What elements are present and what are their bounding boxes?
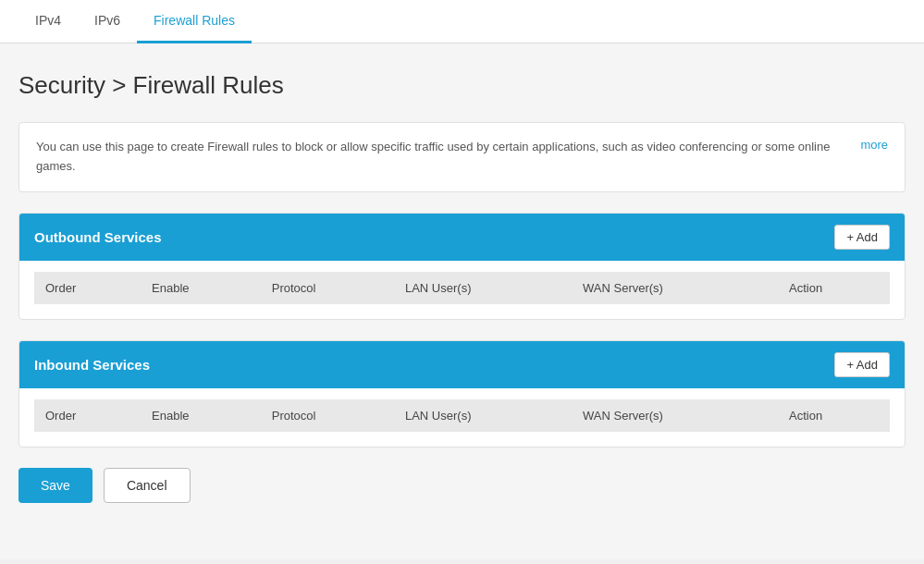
outbound-col-enable: Enable <box>141 272 261 304</box>
more-link[interactable]: more <box>860 138 888 152</box>
inbound-col-enable: Enable <box>141 399 261 432</box>
tab-ipv6[interactable]: IPv6 <box>78 0 137 43</box>
cancel-button[interactable]: Cancel <box>104 468 191 503</box>
outbound-col-wan-servers: WAN Server(s) <box>572 272 778 304</box>
page-title: Security > Firewall Rules <box>18 71 906 100</box>
outbound-col-protocol: Protocol <box>261 272 394 304</box>
bottom-actions: Save Cancel <box>18 468 906 503</box>
info-box: You can use this page to create Firewall… <box>18 122 906 192</box>
outbound-title: Outbound Services <box>34 229 162 245</box>
tab-bar: IPv4 IPv6 Firewall Rules <box>0 0 924 43</box>
inbound-col-wan-servers: WAN Server(s) <box>572 399 778 432</box>
outbound-col-order: Order <box>34 272 141 304</box>
inbound-table-header-row: Order Enable Protocol LAN User(s) WAN Se… <box>34 399 890 432</box>
outbound-col-lan-users: LAN User(s) <box>394 272 572 304</box>
tab-ipv4[interactable]: IPv4 <box>18 0 78 43</box>
save-button[interactable]: Save <box>18 468 92 503</box>
inbound-col-lan-users: LAN User(s) <box>394 399 572 432</box>
info-text: You can use this page to create Firewall… <box>36 138 888 177</box>
inbound-table-wrapper: Order Enable Protocol LAN User(s) WAN Se… <box>19 388 905 447</box>
outbound-add-button[interactable]: + Add <box>834 225 890 250</box>
outbound-col-action: Action <box>778 272 890 304</box>
inbound-col-protocol: Protocol <box>261 399 394 432</box>
inbound-header: Inbound Services + Add <box>19 341 905 388</box>
inbound-col-order: Order <box>34 399 141 432</box>
inbound-services-section: Inbound Services + Add Order Enable Prot… <box>18 340 906 448</box>
inbound-table: Order Enable Protocol LAN User(s) WAN Se… <box>34 399 890 432</box>
inbound-col-action: Action <box>778 399 890 432</box>
inbound-title: Inbound Services <box>34 357 150 373</box>
inbound-add-button[interactable]: + Add <box>834 352 890 377</box>
tab-firewall-rules[interactable]: Firewall Rules <box>137 0 252 43</box>
outbound-table: Order Enable Protocol LAN User(s) WAN Se… <box>34 272 890 304</box>
main-content: Security > Firewall Rules You can use th… <box>0 43 924 559</box>
outbound-services-section: Outbound Services + Add Order Enable Pro… <box>18 213 906 320</box>
outbound-header: Outbound Services + Add <box>19 214 905 261</box>
outbound-table-header-row: Order Enable Protocol LAN User(s) WAN Se… <box>34 272 890 304</box>
outbound-table-wrapper: Order Enable Protocol LAN User(s) WAN Se… <box>19 261 905 319</box>
